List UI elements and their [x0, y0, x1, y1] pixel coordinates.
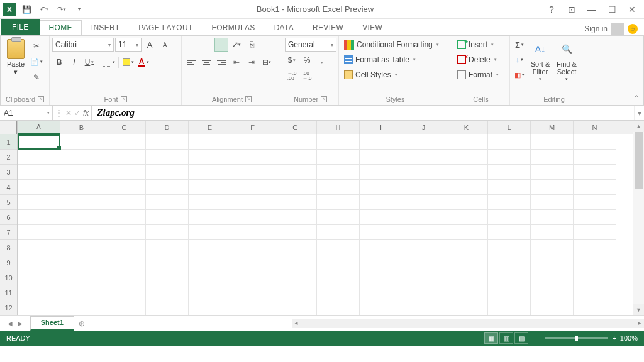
cell[interactable]	[274, 150, 317, 165]
cell[interactable]	[317, 150, 360, 165]
vertical-scrollbar[interactable]: ▲ ▼	[633, 121, 644, 315]
cell[interactable]	[574, 270, 616, 285]
cell[interactable]	[60, 285, 103, 300]
cell[interactable]	[488, 134, 531, 150]
cell[interactable]	[317, 195, 360, 210]
cell[interactable]	[317, 225, 360, 240]
cell[interactable]	[574, 255, 616, 270]
cell[interactable]	[402, 285, 445, 300]
clipboard-dialog-icon[interactable]	[38, 96, 44, 102]
column-header[interactable]: L	[488, 121, 531, 134]
cell[interactable]	[531, 195, 574, 210]
cell[interactable]	[360, 270, 402, 285]
cell[interactable]	[18, 240, 60, 255]
cell[interactable]	[231, 195, 274, 210]
cell[interactable]	[488, 285, 531, 300]
align-middle-button[interactable]	[199, 38, 213, 52]
cell[interactable]	[189, 180, 231, 195]
cell[interactable]	[531, 285, 574, 300]
cell[interactable]	[360, 210, 402, 225]
maximize-icon[interactable]: ☐	[604, 3, 620, 16]
copy-button[interactable]: ▾	[30, 55, 43, 69]
tab-data[interactable]: DATA	[265, 20, 303, 35]
cell[interactable]	[360, 285, 402, 300]
cell[interactable]	[231, 210, 274, 225]
cell[interactable]	[146, 300, 189, 315]
cell[interactable]	[60, 255, 103, 270]
cell[interactable]	[274, 255, 317, 270]
cell[interactable]	[189, 270, 231, 285]
tab-view[interactable]: VIEW	[353, 20, 392, 35]
border-button[interactable]: ▾	[102, 55, 116, 69]
cell[interactable]	[317, 165, 360, 180]
cell[interactable]	[146, 210, 189, 225]
cell[interactable]	[274, 165, 317, 180]
cell[interactable]	[103, 255, 146, 270]
align-left-button[interactable]	[184, 55, 198, 69]
format-painter-button[interactable]	[30, 70, 43, 84]
cell[interactable]	[189, 195, 231, 210]
zoom-in-button[interactable]: +	[612, 334, 616, 342]
cell[interactable]	[274, 300, 317, 315]
cell[interactable]	[574, 134, 616, 150]
cell[interactable]	[189, 225, 231, 240]
comma-button[interactable]: ,	[315, 53, 329, 67]
cell[interactable]	[488, 300, 531, 315]
cell[interactable]	[18, 255, 60, 270]
fill-button[interactable]: ▾	[513, 53, 526, 67]
cell[interactable]	[146, 150, 189, 165]
scroll-up-icon[interactable]: ▲	[633, 121, 644, 132]
column-header[interactable]: A	[18, 121, 60, 134]
cell[interactable]	[103, 134, 146, 150]
avatar-icon[interactable]	[611, 23, 624, 35]
cell[interactable]	[360, 255, 402, 270]
align-right-button[interactable]	[214, 55, 228, 69]
cell[interactable]	[18, 270, 60, 285]
cell[interactable]	[488, 270, 531, 285]
vertical-scroll-thumb[interactable]	[635, 132, 643, 189]
cell[interactable]	[531, 225, 574, 240]
cell[interactable]	[60, 150, 103, 165]
cell[interactable]	[488, 150, 531, 165]
feedback-icon[interactable]: ☺	[628, 24, 638, 34]
row-header[interactable]: 12	[0, 300, 17, 315]
font-name-combo[interactable]: Calibri▾	[52, 38, 114, 52]
sort-filter-button[interactable]: A↓ Sort & Filter ▾	[528, 38, 553, 83]
column-header[interactable]: M	[531, 121, 574, 134]
cell[interactable]	[231, 225, 274, 240]
number-dialog-icon[interactable]	[321, 96, 327, 102]
cell[interactable]	[360, 225, 402, 240]
cell[interactable]	[402, 225, 445, 240]
conditional-formatting-button[interactable]: Conditional Formatting▾	[341, 38, 441, 52]
scroll-right-icon[interactable]: ►	[635, 321, 644, 326]
cell[interactable]	[402, 210, 445, 225]
cell[interactable]	[274, 240, 317, 255]
currency-button[interactable]: $▾	[285, 53, 299, 67]
cell[interactable]	[488, 240, 531, 255]
cell[interactable]	[189, 134, 231, 150]
cell[interactable]	[360, 240, 402, 255]
cell[interactable]	[60, 180, 103, 195]
cell[interactable]	[274, 285, 317, 300]
cell[interactable]	[445, 240, 488, 255]
help-icon[interactable]: ?	[543, 3, 560, 16]
cell[interactable]	[531, 150, 574, 165]
cell[interactable]	[402, 300, 445, 315]
row-header[interactable]: 10	[0, 270, 17, 285]
cell[interactable]	[274, 210, 317, 225]
cell[interactable]	[60, 270, 103, 285]
cell[interactable]	[360, 150, 402, 165]
cell[interactable]	[360, 195, 402, 210]
cell[interactable]	[402, 270, 445, 285]
decrease-font-button[interactable]: A	[158, 38, 172, 52]
cell[interactable]	[317, 210, 360, 225]
merge-center-button[interactable]: ⊟▾	[260, 55, 274, 69]
orientation-button[interactable]: ⤢▾	[230, 38, 243, 52]
cell[interactable]	[274, 134, 317, 150]
cell[interactable]	[531, 270, 574, 285]
new-sheet-button[interactable]: ⊕	[74, 316, 89, 331]
zoom-level[interactable]: 100%	[620, 334, 638, 342]
cell[interactable]	[60, 165, 103, 180]
cell[interactable]	[488, 255, 531, 270]
find-select-button[interactable]: Find & Select ▾	[554, 38, 579, 83]
